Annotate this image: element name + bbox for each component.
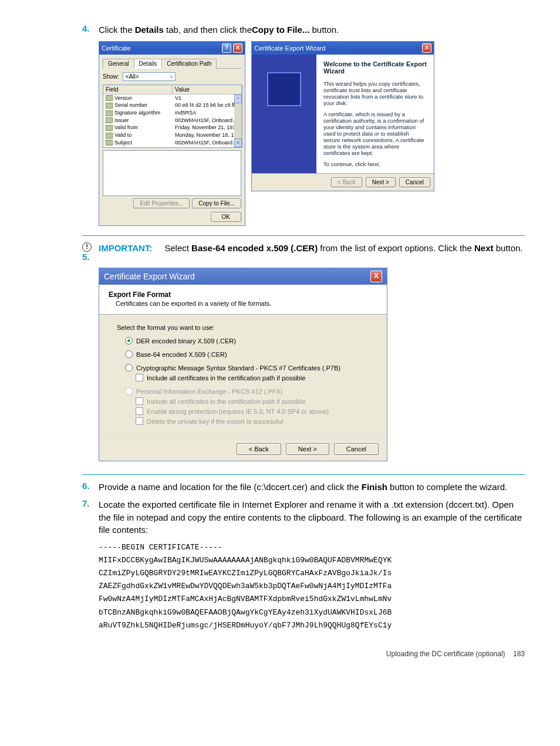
copy-to-file-button[interactable]: Copy to File... xyxy=(192,198,241,208)
col-field: Field xyxy=(103,85,173,94)
close-icon[interactable]: X xyxy=(233,43,242,53)
checkbox-label: Include all certificates in the certific… xyxy=(147,398,305,405)
text: button. xyxy=(493,243,522,253)
cell: 00 e8 f4 d2 15 b6 be c9 fb xyxy=(173,102,242,109)
important-label: IMPORTANT: xyxy=(99,243,152,253)
radio-button-icon xyxy=(125,350,133,358)
check-pfx-include: Include all certificates in the certific… xyxy=(136,397,369,405)
back-button[interactable]: < Back xyxy=(237,443,281,455)
ok-row: OK xyxy=(103,212,241,222)
cell: RSA (1024 Bits) xyxy=(173,146,242,147)
step-text: Provide a name and location for the file… xyxy=(99,481,525,494)
scroll-down-icon[interactable]: v xyxy=(234,139,242,147)
table-row[interactable]: Valid toMonday, November 18, 1929 ... xyxy=(103,131,242,139)
radio-label: Personal Information Exchange - PKCS #12… xyxy=(136,388,282,395)
tab-details[interactable]: Details xyxy=(134,59,163,69)
step-text: Locate the exported certificate file in … xyxy=(99,498,525,536)
cell: 002WMAH15F, Onboard Admi... xyxy=(173,117,242,124)
header-title: Export File Format xyxy=(109,291,377,299)
step-number: 7. xyxy=(82,498,99,508)
text: tab, and then click the xyxy=(164,25,252,35)
close-icon[interactable]: X xyxy=(370,271,382,282)
show-row: Show: <All> v xyxy=(103,72,241,81)
field-icon xyxy=(106,95,113,101)
show-dropdown[interactable]: <All> v xyxy=(123,72,176,81)
table-row[interactable]: Issuer002WMAH15F, Onboard Admi... xyxy=(103,117,242,124)
step-6: 6. Provide a name and location for the f… xyxy=(82,481,525,494)
help-icon[interactable]: ? xyxy=(222,43,231,53)
checkbox-icon xyxy=(136,407,143,415)
table-row[interactable]: Valid fromFriday, November 21, 1919 2:..… xyxy=(103,124,242,131)
close-icon[interactable]: X xyxy=(422,43,431,53)
field-icon xyxy=(106,110,113,116)
prompt-label: Select the format you want to use: xyxy=(117,324,369,331)
check-pfx-delete-key: Delete the private key if the export is … xyxy=(136,417,369,425)
wizard-paragraph: To continue, click Next. xyxy=(323,161,427,167)
cancel-button[interactable]: Cancel xyxy=(399,177,430,187)
export-format-dialog: Certificate Export Wizard X Export File … xyxy=(99,268,387,461)
scroll-up-icon[interactable]: ^ xyxy=(234,94,242,103)
bold: Details xyxy=(135,25,164,35)
divider xyxy=(82,235,525,236)
table-row[interactable]: VersionV1 xyxy=(103,94,242,102)
step-number: 4. xyxy=(82,23,99,33)
cancel-button[interactable]: Cancel xyxy=(334,443,379,455)
field-icon xyxy=(106,140,113,146)
text: button to complete the wizard. xyxy=(387,482,507,492)
step-7: 7. Locate the exported certificate file … xyxy=(82,498,525,536)
checkbox-label: Include all certificates in the certific… xyxy=(147,374,305,382)
important-icon: ! xyxy=(82,242,92,252)
cell: Version xyxy=(114,95,132,101)
field-table: Field Value ^ v VersionV1 Serial number0… xyxy=(103,85,242,148)
table-row[interactable]: Serial number00 e8 f4 d2 15 b6 be c9 fb xyxy=(103,102,242,109)
next-button[interactable]: Next > xyxy=(366,177,396,187)
step-5: !5. IMPORTANT: Select Base-64 encoded x.… xyxy=(82,242,525,262)
radio-label: Cryptographic Message Syntax Standard - … xyxy=(136,364,340,372)
bold: Next xyxy=(474,243,494,253)
radio-pkcs7[interactable]: Cryptographic Message Syntax Standard - … xyxy=(125,364,369,372)
wizard-header: Export File Format Certificates can be e… xyxy=(99,285,387,315)
wizard-paragraph: A certificate, which is issued by a cert… xyxy=(323,111,427,156)
radio-der[interactable]: DER encoded binary X.509 (.CER) xyxy=(125,337,369,345)
cell: Monday, November 18, 1929 ... xyxy=(173,131,242,139)
dialog-body: General Details Certification Path Show:… xyxy=(99,55,245,225)
tab-general[interactable]: General xyxy=(103,59,134,69)
text: Provide a name and location for the file… xyxy=(99,482,362,492)
checkbox-icon xyxy=(136,417,143,425)
field-icon xyxy=(106,133,113,139)
cell: Subject xyxy=(114,140,132,146)
bold: Base-64 encoded x.509 (.CER) xyxy=(191,243,318,253)
table-row[interactable]: Signature algorithmmd5RSA xyxy=(103,109,242,117)
bold: Copy to File... xyxy=(252,25,309,35)
show-value: <All> xyxy=(126,73,139,80)
text: from the list of export options. Click t… xyxy=(318,243,474,253)
table-row[interactable]: Public keyRSA (1024 Bits) xyxy=(103,146,242,147)
field-icon xyxy=(106,125,113,131)
window-title: Certificate Export Wizard xyxy=(104,272,195,281)
cell: V1 xyxy=(173,94,242,102)
certificate-dialog: Certificate ? X General Details Certific… xyxy=(99,41,245,226)
footer-title: Uploading the DC certificate (optional) xyxy=(386,650,505,658)
table-row[interactable]: Subject002WMAH15F, Onboard Admi... xyxy=(103,139,242,147)
bold: Finish xyxy=(362,482,387,492)
field-icon xyxy=(106,103,113,109)
tab-certification-path[interactable]: Certification Path xyxy=(161,59,217,69)
check-p7b-include[interactable]: Include all certificates in the certific… xyxy=(136,374,369,382)
header-subtitle: Certificates can be exported in a variet… xyxy=(116,300,377,307)
wizard-button-row: < Back Next > Cancel xyxy=(252,173,434,191)
show-label: Show: xyxy=(103,73,119,80)
col-value: Value xyxy=(173,85,242,94)
text: Select xyxy=(164,243,191,253)
ok-button[interactable]: OK xyxy=(211,212,241,222)
radio-base64[interactable]: Base-64 encoded X.509 (.CER) xyxy=(125,350,369,358)
step-text: IMPORTANT: Select Base-64 encoded x.509 … xyxy=(99,242,525,255)
step-4: 4. Click the Details tab, and then click… xyxy=(82,23,525,36)
radio-button-icon xyxy=(125,337,133,345)
radio-label: Base-64 encoded X.509 (.CER) xyxy=(136,351,227,358)
checkbox-label: Enable strong protection (requires IE 5.… xyxy=(147,408,329,415)
scrollbar[interactable]: ^ v xyxy=(234,94,242,147)
next-button[interactable]: Next > xyxy=(286,443,329,455)
step-text: Click the Details tab, and then click th… xyxy=(99,23,525,36)
check-pfx-strong: Enable strong protection (requires IE 5.… xyxy=(136,407,369,415)
page-footer: Uploading the DC certificate (optional) … xyxy=(82,650,525,658)
